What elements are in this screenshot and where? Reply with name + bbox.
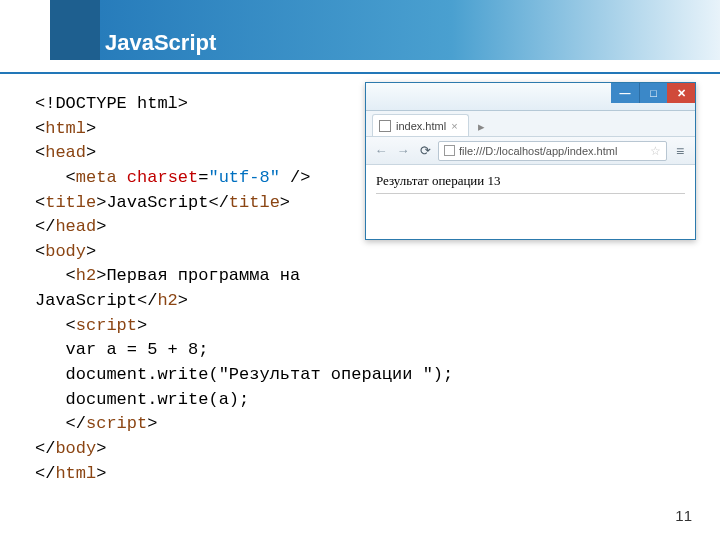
page-icon — [379, 120, 391, 132]
window-controls: — □ ✕ — [611, 83, 695, 103]
address-bar: ← → ⟳ file:///D:/localhost/app/index.htm… — [366, 137, 695, 165]
tab-bar: index.html × ▸ — [366, 111, 695, 137]
page-output-text: Результат операции 13 — [376, 173, 501, 188]
content-separator — [376, 193, 685, 194]
header-accent-block — [50, 0, 100, 60]
back-button[interactable]: ← — [372, 142, 390, 160]
bookmark-star-icon[interactable]: ☆ — [650, 144, 661, 158]
url-input[interactable]: file:///D:/localhost/app/index.html ☆ — [438, 141, 667, 161]
file-icon — [444, 145, 455, 156]
window-titlebar[interactable]: — □ ✕ — [366, 83, 695, 111]
browser-window: — □ ✕ index.html × ▸ ← → ⟳ file:///D:/lo… — [365, 82, 696, 240]
menu-button[interactable]: ≡ — [671, 143, 689, 159]
browser-tab[interactable]: index.html × — [372, 114, 469, 136]
reload-button[interactable]: ⟳ — [416, 142, 434, 160]
new-tab-button[interactable]: ▸ — [473, 120, 491, 136]
url-text: file:///D:/localhost/app/index.html — [459, 145, 646, 157]
slide-title: JavaScript — [105, 30, 216, 56]
rendered-page: Результат операции 13 — [366, 165, 695, 202]
forward-button[interactable]: → — [394, 142, 412, 160]
maximize-button[interactable]: □ — [639, 83, 667, 103]
slide-header: JavaScript — [0, 0, 720, 74]
close-button[interactable]: ✕ — [667, 83, 695, 103]
slide-page-number: 11 — [675, 507, 692, 524]
tab-label: index.html — [396, 120, 446, 132]
tab-close-icon[interactable]: × — [451, 120, 457, 132]
minimize-button[interactable]: — — [611, 83, 639, 103]
